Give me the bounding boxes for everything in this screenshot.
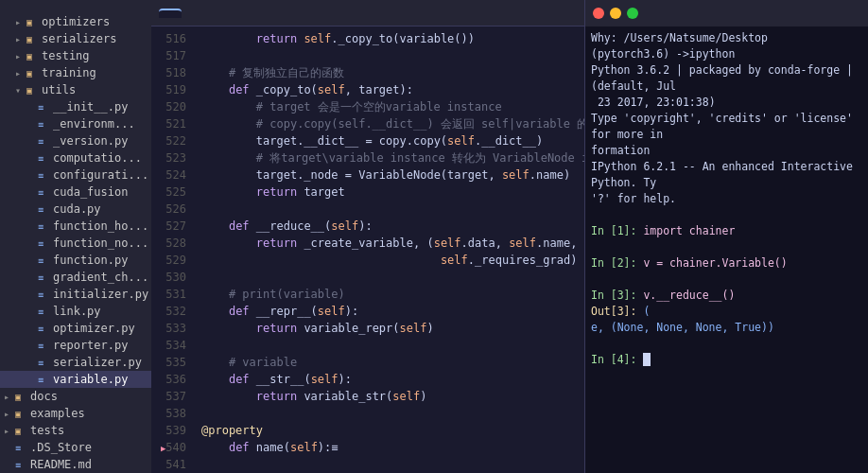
sidebar-item-label: examples — [30, 407, 85, 420]
sidebar-item-computatio[interactable]: ≡computatio... — [0, 149, 151, 166]
sidebar-item-initializer[interactable]: ≡initializer.py — [0, 286, 151, 303]
sidebar-item-cuda_fusion[interactable]: ≡cuda_fusion — [0, 184, 151, 201]
editor-tab — [151, 0, 584, 26]
file-icon: ≡ — [38, 136, 53, 147]
sidebar-item-label: .DS_Store — [30, 441, 92, 454]
file-icon: ≡ — [38, 341, 53, 351]
line-number: 534 — [151, 337, 186, 354]
sidebar-item-environm[interactable]: ≡_environm... — [0, 115, 151, 132]
line-number: 538 — [151, 405, 186, 422]
sidebar-item-serializers[interactable]: ▸▣serializers — [0, 30, 151, 47]
sidebar-item-label: computatio... — [53, 151, 142, 165]
terminal-prompt: In [2]: — [591, 256, 643, 270]
sidebar-item-label: serializer.py — [53, 356, 142, 369]
terminal-line: e, (None, None, None, True)) — [591, 320, 862, 336]
sidebar-item-tests[interactable]: ▸▣tests — [0, 422, 151, 439]
sidebar-item-docs[interactable]: ▸▣docs — [0, 388, 151, 405]
terminal-body[interactable]: Why: /Users/Natsume/Desktop(pytorch3.6) … — [585, 26, 868, 473]
code-line — [201, 47, 584, 64]
file-icon: ≡ — [38, 289, 53, 300]
code-line: return self._copy_to(variable()) — [201, 30, 584, 47]
folder-icon: ▣ — [15, 392, 30, 402]
line-number: 517 — [151, 47, 186, 64]
tree-arrow-icon: ▸ — [4, 426, 15, 436]
terminal-prompt: In [1]: — [591, 224, 643, 237]
sidebar-item-link.py[interactable]: ≡link.py — [0, 303, 151, 320]
code-line — [201, 269, 584, 286]
sidebar: ▸▣optimizers▸▣serializers▸▣testing▸▣trai… — [0, 0, 151, 473]
sidebar-item-README.md[interactable]: ≡README.md — [0, 456, 151, 473]
file-icon: ≡ — [15, 460, 30, 470]
file-icon: ≡ — [15, 443, 30, 453]
sidebar-item-training[interactable]: ▸▣training — [0, 64, 151, 81]
terminal-line: formation — [591, 143, 862, 159]
folder-icon: ▣ — [26, 34, 42, 44]
sidebar-item-optimizer.py[interactable]: ≡optimizer.py — [0, 320, 151, 337]
code-line: @property — [201, 422, 584, 439]
code-line — [201, 456, 584, 473]
code-line: def __repr__(self): — [201, 303, 584, 320]
folder-icon: ▣ — [26, 68, 42, 79]
tree-arrow-icon: ▸ — [15, 34, 26, 44]
window-maximize-btn[interactable] — [627, 8, 638, 19]
code-line: self._requires_grad) — [201, 252, 584, 269]
line-number: 522 — [151, 132, 186, 149]
sidebar-item-__init__py[interactable]: ≡__init__.py — [0, 98, 151, 115]
sidebar-item-utils[interactable]: ▾▣utils — [0, 81, 151, 98]
code-line: target.__dict__ = copy.copy(self.__dict_… — [201, 132, 584, 149]
folder-icon: ▣ — [26, 17, 42, 27]
editor-area: 5165175185195205215225235245255265275285… — [151, 0, 584, 473]
sidebar-title — [0, 4, 151, 13]
sidebar-item-testing[interactable]: ▸▣testing — [0, 47, 151, 64]
sidebar-item-cuda.py[interactable]: ≡cuda.py — [0, 201, 151, 218]
line-number: 526 — [151, 201, 186, 218]
sidebar-item-label: function_no... — [53, 236, 148, 250]
code-line — [201, 201, 584, 218]
code-line: return variable_repr(self) — [201, 320, 584, 337]
sidebar-item-.DS_Store[interactable]: ≡.DS_Store — [0, 439, 151, 456]
terminal-line — [591, 272, 862, 288]
tree-arrow-icon: ▾ — [15, 85, 26, 96]
terminal-text: 23 2017, 23:01:38) — [591, 96, 716, 109]
sidebar-item-examples[interactable]: ▸▣examples — [0, 405, 151, 422]
sidebar-item-gradient_ch[interactable]: ≡gradient_ch... — [0, 269, 151, 286]
window-minimize-btn[interactable] — [610, 8, 621, 19]
sidebar-item-_versionpy[interactable]: ≡_version.py — [0, 132, 151, 149]
terminal-result-cont: e, (None, None, None, True)) — [591, 321, 774, 334]
sidebar-item-label: gradient_ch... — [53, 271, 148, 284]
terminal-titlebar — [585, 0, 868, 26]
code-lines[interactable]: return self._copy_to(variable()) # 复制独立自… — [194, 26, 584, 473]
sidebar-item-function_no[interactable]: ≡function_no... — [0, 235, 151, 252]
sidebar-item-configurati[interactable]: ≡configurati... — [0, 166, 151, 184]
line-number: 530 — [151, 269, 186, 286]
tree-arrow-icon: ▸ — [4, 409, 15, 419]
line-number: 519 — [151, 81, 186, 98]
sidebar-item-serializer.py[interactable]: ≡serializer.py — [0, 354, 151, 371]
terminal-prompt: In [4]: — [591, 353, 643, 366]
sidebar-item-label: tests — [30, 424, 64, 437]
terminal-text: (pytorch3.6) ->ipython — [591, 47, 735, 61]
line-number: 516 — [151, 30, 186, 47]
terminal-text: Type 'copyright', 'credits' or 'license'… — [591, 112, 859, 141]
sidebar-item-label: _environm... — [53, 117, 135, 131]
line-number: 541 — [151, 456, 186, 473]
terminal-line: Out[3]: ( — [591, 304, 862, 320]
sidebar-item-function_ho[interactable]: ≡function_ho... — [0, 218, 151, 235]
file-icon: ≡ — [38, 255, 53, 266]
terminal-text: '?' for help. — [591, 192, 676, 205]
editor-tab-item[interactable] — [159, 9, 182, 18]
sidebar-item-label: cuda_fusion — [53, 185, 128, 199]
sidebar-item-function.py[interactable]: ≡function.py — [0, 252, 151, 269]
terminal-text: Python 3.6.2 | packaged by conda-forge |… — [591, 63, 859, 93]
sidebar-item-variable.py[interactable]: ≡variable.py — [0, 371, 151, 388]
line-number: 525 — [151, 184, 186, 201]
sidebar-item-label: __init__.py — [53, 100, 128, 114]
folder-icon: ▣ — [15, 426, 30, 436]
file-icon: ≡ — [38, 153, 53, 164]
sidebar-item-reporter.py[interactable]: ≡reporter.py — [0, 337, 151, 354]
sidebar-item-optimizers[interactable]: ▸▣optimizers — [0, 13, 151, 30]
terminal-line — [591, 207, 862, 223]
window-close-btn[interactable] — [593, 8, 604, 19]
terminal-line: '?' for help. — [591, 191, 862, 207]
sidebar-item-label: reporter.py — [53, 339, 128, 352]
